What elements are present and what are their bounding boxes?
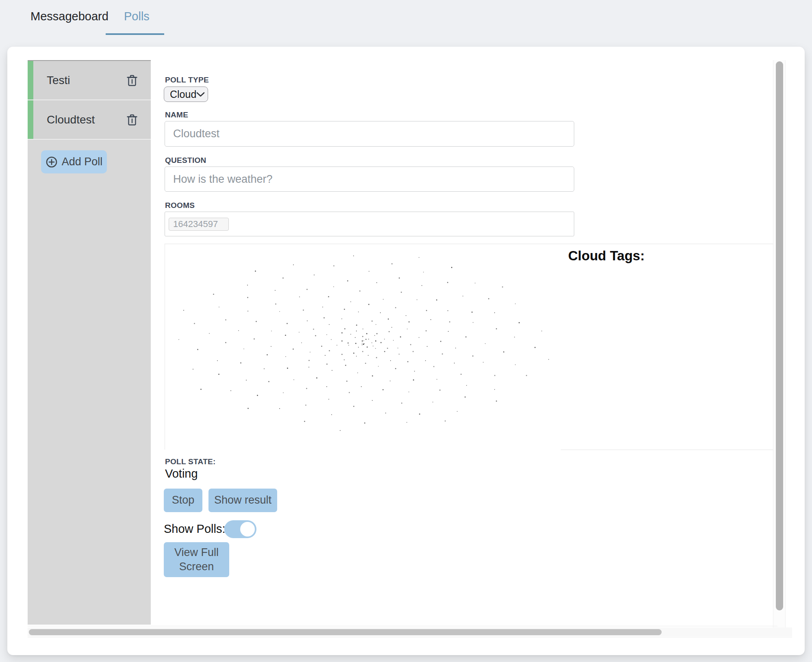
cloud-dot <box>397 348 398 348</box>
cloud-dot <box>293 379 294 380</box>
cloud-dot <box>368 304 369 305</box>
delete-poll-button[interactable] <box>126 114 138 126</box>
cloud-dot <box>407 361 408 362</box>
cloud-dot <box>451 267 452 268</box>
cloud-dot <box>341 332 343 333</box>
cloud-dot <box>194 323 195 324</box>
vertical-scrollbar-thumb[interactable] <box>776 61 783 610</box>
cloud-dot <box>371 342 372 343</box>
poll-list-item-cloudtest[interactable]: Cloudtest <box>28 100 151 140</box>
cloud-dot <box>388 318 389 320</box>
cloud-dot <box>382 389 384 390</box>
cloud-dot <box>447 310 448 311</box>
cloud-dot <box>494 312 495 313</box>
cloud-dot <box>457 411 458 412</box>
cloud-dot <box>282 277 284 279</box>
cloud-dot <box>267 354 268 355</box>
cloud-dot <box>425 360 426 361</box>
cloud-dot <box>436 379 437 380</box>
cloud-dot <box>473 322 473 323</box>
cloud-dot <box>293 348 294 350</box>
tab-polls[interactable]: Polls <box>124 10 150 23</box>
poll-type-selected-value: Cloud <box>170 89 196 100</box>
stop-button[interactable]: Stop <box>164 489 202 512</box>
cloud-dot <box>372 400 373 401</box>
circle-plus-icon <box>46 156 58 168</box>
cloud-dot <box>209 333 210 334</box>
cloud-dot <box>355 343 356 344</box>
cloud-dot <box>439 389 441 391</box>
cloud-dot <box>255 270 256 272</box>
cloud-dot <box>395 368 396 369</box>
cloud-dot <box>326 363 328 365</box>
horizontal-scrollbar-thumb[interactable] <box>29 629 662 635</box>
cloud-dot <box>350 334 351 335</box>
cloud-dot <box>279 311 280 312</box>
cloud-dot <box>321 346 322 347</box>
cloud-dot <box>406 315 406 316</box>
cloud-dot <box>326 334 327 335</box>
show-polls-toggle[interactable] <box>224 520 256 538</box>
cloud-dot <box>359 290 360 292</box>
delete-poll-button[interactable] <box>126 74 138 87</box>
cloud-tags-panel: Cloud Tags: <box>561 244 780 450</box>
cloud-dot <box>488 298 489 299</box>
cloud-dot <box>247 285 248 286</box>
cloud-dot <box>440 341 441 342</box>
cloud-dot <box>541 331 542 331</box>
cloud-dot <box>285 356 286 357</box>
view-full-screen-button[interactable]: View Full Screen <box>164 542 229 577</box>
cloud-dot <box>372 375 373 376</box>
cloud-dot <box>384 351 385 352</box>
toggle-knob <box>240 522 255 537</box>
cloud-dot <box>248 311 248 312</box>
cloud-tags-heading: Cloud Tags: <box>568 248 645 264</box>
cloud-dot <box>353 406 354 407</box>
cloud-dot <box>303 309 304 311</box>
question-label: QUESTION <box>165 156 206 165</box>
cloud-dot <box>345 365 346 366</box>
cloud-dot <box>305 405 306 406</box>
cloud-dot <box>442 353 443 355</box>
cloud-dot <box>380 312 381 313</box>
cloud-dot <box>240 362 241 363</box>
poll-list-item-testi[interactable]: Testi <box>28 60 151 100</box>
cloud-dot <box>375 340 376 342</box>
cloud-dot <box>337 345 337 346</box>
cloud-dot <box>413 351 414 352</box>
cloud-dot <box>462 296 463 296</box>
cloud-dot <box>447 282 448 283</box>
name-input[interactable] <box>165 121 574 147</box>
cloud-dot <box>329 350 330 351</box>
show-result-button[interactable]: Show result <box>208 489 277 512</box>
cloud-dot <box>306 388 307 389</box>
cloud-dot <box>332 370 332 371</box>
rooms-label: ROOMS <box>165 201 195 210</box>
cloud-dot <box>341 354 343 355</box>
cloud-dot <box>376 282 377 283</box>
cloud-dot <box>395 307 396 308</box>
cloud-dot <box>344 309 345 310</box>
cloud-dot <box>268 381 269 382</box>
cloud-dot <box>423 272 424 273</box>
cloud-dot <box>448 331 449 332</box>
question-input[interactable] <box>165 167 574 192</box>
polls-sidebar: Testi Cloudtest <box>28 60 151 625</box>
cloud-dot <box>344 359 345 360</box>
add-poll-button[interactable]: Add Poll <box>41 150 107 173</box>
poll-state-label: POLL STATE: <box>165 457 216 466</box>
poll-type-select[interactable]: Cloud <box>164 87 208 102</box>
show-polls-label: Show Polls: <box>164 522 226 536</box>
cloud-dot <box>248 408 249 409</box>
poll-state-value: Voting <box>165 467 198 480</box>
cloud-dot <box>519 322 520 323</box>
cloud-dot <box>400 336 401 337</box>
cloud-dot <box>534 347 536 348</box>
rooms-field[interactable]: 164234597 <box>165 212 574 236</box>
cloud-dot <box>368 339 369 340</box>
cloud-dot <box>356 325 357 326</box>
tab-messageboard[interactable]: Messageboard <box>30 10 109 23</box>
cloud-dot <box>356 331 357 331</box>
cloud-dot <box>548 359 549 360</box>
cloud-dot <box>347 280 348 281</box>
